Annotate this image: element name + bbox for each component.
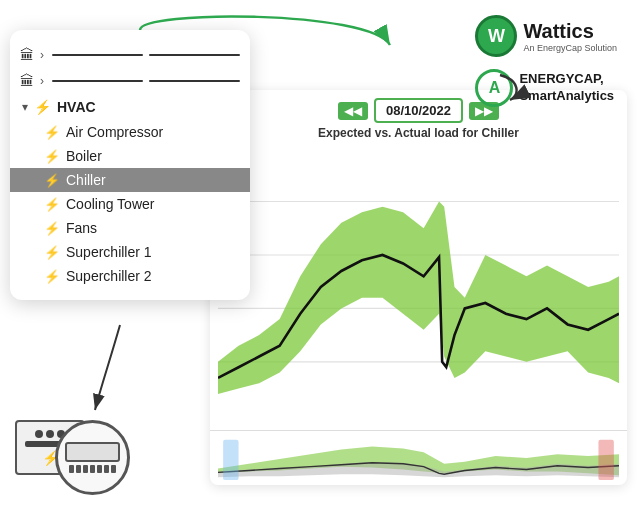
mini-chart: [210, 430, 627, 485]
meter-dot-1: [35, 430, 43, 438]
tree-row-separator-2: 🏛 ›: [10, 68, 250, 94]
bolt-icon: ⚡: [44, 245, 60, 260]
chart-area: ◀◀ 08/10/2022 ▶▶ Expected vs. Actual loa…: [210, 90, 627, 485]
sep-line-2b: [149, 80, 240, 82]
energycap-title: ENERGYCAP,SmartAnalytics: [519, 71, 614, 105]
tree-hvac-row[interactable]: ▾ ⚡ HVAC: [10, 94, 250, 120]
prev-button[interactable]: ◀◀: [338, 102, 368, 120]
dial-tooth-2: [76, 465, 81, 473]
dial-tooth-3: [83, 465, 88, 473]
main-chart-svg: [218, 148, 619, 426]
dial-tooth-6: [104, 465, 109, 473]
wattics-logo: W Wattics An EnergyCap Solution: [475, 15, 617, 57]
dial-tooth-4: [90, 465, 95, 473]
dial-tooth-5: [97, 465, 102, 473]
expand-icon-1[interactable]: ›: [40, 48, 44, 62]
dial-tooth-1: [69, 465, 74, 473]
chart-svg-container: [210, 144, 627, 430]
hvac-bolt-icon: ⚡: [34, 99, 51, 115]
sep-line-2: [52, 80, 143, 82]
bank-icon-2: 🏛: [20, 73, 34, 89]
energycap-icon: A: [475, 69, 513, 107]
chart-subtitle: Expected vs. Actual load for Chiller: [318, 126, 519, 140]
bolt-icon: ⚡: [44, 149, 60, 164]
tree-item-superchiller2[interactable]: ⚡ Superchiller 2: [10, 264, 250, 288]
bolt-icon: ⚡: [44, 125, 60, 140]
tree-item-air-compressor[interactable]: ⚡ Air Compressor: [10, 120, 250, 144]
tree-row-separator-1: 🏛 ›: [10, 42, 250, 68]
sep-line-1: [52, 54, 143, 56]
bolt-icon: ⚡: [44, 269, 60, 284]
bolt-icon: ⚡: [44, 221, 60, 236]
tree-item-label: Cooling Tower: [66, 196, 154, 212]
wattics-icon: W: [475, 15, 517, 57]
tree-item-label: Superchiller 2: [66, 268, 152, 284]
bank-icon-1: 🏛: [20, 47, 34, 63]
wattics-text: Wattics An EnergyCap Solution: [523, 20, 617, 53]
hvac-label: HVAC: [57, 99, 96, 115]
bolt-icon-selected: ⚡: [44, 173, 60, 188]
hvac-expand-icon: ▾: [22, 100, 28, 114]
tree-item-label: Boiler: [66, 148, 102, 164]
tree-item-fans[interactable]: ⚡ Fans: [10, 216, 250, 240]
sep-line-1b: [149, 54, 240, 56]
tree-item-label: Fans: [66, 220, 97, 236]
tree-item-label: Superchiller 1: [66, 244, 152, 260]
wattics-title: Wattics: [523, 20, 617, 43]
expected-range-area: [218, 201, 619, 393]
mini-handle-right[interactable]: [598, 440, 613, 480]
dial-tooth-7: [111, 465, 116, 473]
meter-dot-2: [46, 430, 54, 438]
tree-panel: 🏛 › 🏛 › ▾ ⚡ HVAC ⚡ Air Compressor ⚡ Boil…: [10, 30, 250, 300]
tree-item-boiler[interactable]: ⚡ Boiler: [10, 144, 250, 168]
dial-circle: [55, 420, 130, 495]
mini-chart-svg: [218, 435, 619, 481]
tree-item-superchiller1[interactable]: ⚡ Superchiller 1: [10, 240, 250, 264]
wattics-subtitle: An EnergyCap Solution: [523, 43, 617, 53]
dial-teeth: [69, 465, 116, 473]
logos-area: W Wattics An EnergyCap Solution A ENERGY…: [475, 15, 617, 107]
energycap-logo: A ENERGYCAP,SmartAnalytics: [475, 69, 617, 107]
tree-item-label: Chiller: [66, 172, 106, 188]
arrow-to-device: [95, 325, 120, 410]
tree-item-chiller[interactable]: ⚡ Chiller: [10, 168, 250, 192]
tree-item-label: Air Compressor: [66, 124, 163, 140]
dial-inner: [65, 442, 120, 462]
mini-handle-left[interactable]: [223, 440, 238, 480]
tree-item-cooling-tower[interactable]: ⚡ Cooling Tower: [10, 192, 250, 216]
date-display: 08/10/2022: [374, 98, 463, 123]
bolt-icon: ⚡: [44, 197, 60, 212]
expand-icon-2[interactable]: ›: [40, 74, 44, 88]
